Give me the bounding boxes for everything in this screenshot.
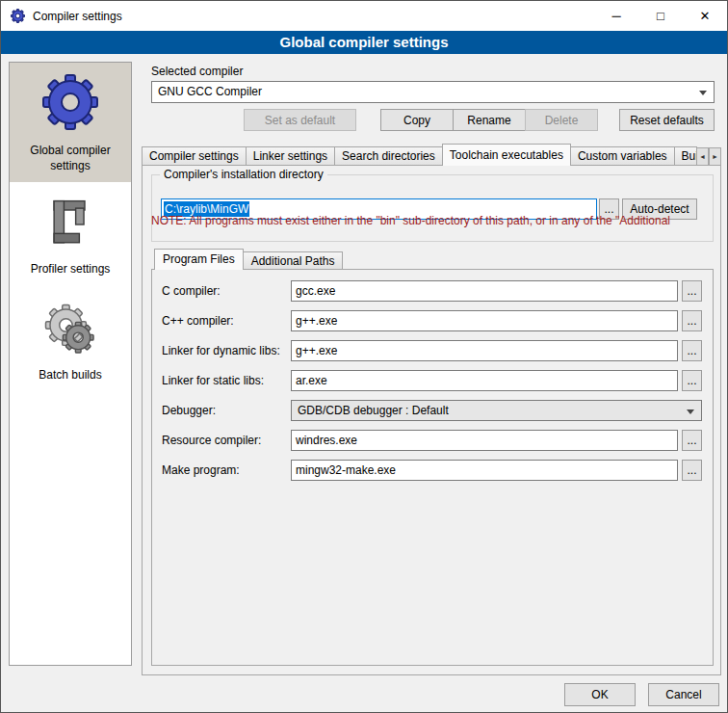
- tab-toolchain-executables[interactable]: Toolchain executables: [442, 144, 571, 166]
- window-controls: ─ □ ✕: [594, 1, 727, 31]
- maximize-button[interactable]: □: [638, 1, 683, 31]
- dynamic-linker-value: g++.exe: [296, 344, 337, 357]
- compiler-select[interactable]: GNU GCC Compiler: [151, 81, 715, 103]
- gear-icon: [38, 69, 103, 135]
- cpp-compiler-input[interactable]: g++.exe: [291, 310, 678, 331]
- tab-linker-settings[interactable]: Linker settings: [246, 146, 335, 166]
- settings-sidebar: Global compiler settings Profiler settin…: [9, 62, 132, 666]
- c-compiler-value: gcc.exe: [296, 284, 335, 298]
- dynamic-linker-label: Linker for dynamic libs:: [162, 344, 280, 357]
- cancel-button[interactable]: Cancel: [648, 683, 719, 706]
- c-compiler-input[interactable]: gcc.exe: [291, 280, 678, 302]
- selected-compiler-label: Selected compiler: [151, 65, 243, 78]
- copy-button[interactable]: Copy: [380, 109, 454, 131]
- resource-compiler-label: Resource compiler:: [162, 434, 261, 447]
- form-row: Debugger: GDB/CDB debugger : Default: [152, 400, 713, 421]
- dynamic-linker-input[interactable]: g++.exe: [291, 340, 678, 361]
- form-row: Make program: mingw32-make.exe ...: [152, 460, 713, 481]
- form-row: Linker for dynamic libs: g++.exe ...: [152, 340, 713, 361]
- delete-button[interactable]: Delete: [525, 109, 598, 131]
- close-button[interactable]: ✕: [683, 1, 727, 31]
- subtab-bar: Program Files Additional Paths: [154, 249, 342, 270]
- ok-button[interactable]: OK: [564, 683, 636, 706]
- cpp-compiler-browse-button[interactable]: ...: [682, 310, 702, 331]
- static-linker-browse-button[interactable]: ...: [682, 370, 702, 391]
- sidebar-item-global-compiler-settings[interactable]: Global compiler settings: [10, 63, 131, 182]
- installation-directory-group: Compiler's installation directory C:\ray…: [151, 174, 714, 242]
- dialog-header: Global compiler settings: [1, 31, 727, 54]
- installation-directory-group-title: Compiler's installation directory: [160, 168, 327, 181]
- form-row: C++ compiler: g++.exe ...: [152, 310, 713, 331]
- batch-builds-icon: [40, 300, 100, 359]
- rename-button[interactable]: Rename: [453, 109, 526, 131]
- minimize-icon: ─: [611, 9, 620, 23]
- tab-compiler-settings[interactable]: Compiler settings: [142, 146, 247, 166]
- subtab-additional-paths[interactable]: Additional Paths: [243, 251, 344, 270]
- title-bar: Compiler settings ─ □ ✕: [1, 1, 727, 31]
- static-linker-value: ar.exe: [296, 374, 327, 387]
- close-icon: ✕: [700, 9, 711, 23]
- cpp-compiler-label: C++ compiler:: [162, 314, 234, 328]
- compiler-settings-dialog: Compiler settings ─ □ ✕ Global compiler …: [0, 0, 728, 713]
- static-linker-input[interactable]: ar.exe: [291, 370, 678, 391]
- window-title: Compiler settings: [33, 10, 122, 23]
- subtab-program-files[interactable]: Program Files: [154, 249, 244, 270]
- sidebar-item-label: Batch builds: [14, 368, 126, 383]
- resource-compiler-input[interactable]: windres.exe: [291, 430, 678, 451]
- form-row: Linker for static libs: ar.exe ...: [152, 370, 713, 391]
- debugger-select[interactable]: GDB/CDB debugger : Default: [291, 400, 702, 421]
- tab-custom-variables[interactable]: Custom variables: [570, 146, 675, 166]
- tab-search-directories[interactable]: Search directories: [334, 146, 443, 166]
- debugger-select-value: GDB/CDB debugger : Default: [298, 404, 449, 417]
- chevron-down-icon: [687, 409, 694, 414]
- tab-scroll-right-button[interactable]: ►: [709, 147, 721, 166]
- static-linker-label: Linker for static libs:: [162, 374, 264, 387]
- profiler-icon: [41, 196, 99, 253]
- maximize-icon: □: [657, 9, 664, 23]
- minimize-button[interactable]: ─: [594, 1, 638, 31]
- sidebar-item-batch-builds[interactable]: Batch builds: [10, 293, 131, 392]
- make-program-label: Make program:: [162, 463, 240, 477]
- tab-bar: Compiler settings Linker settings Search…: [142, 144, 697, 166]
- bin-subdirectory-note: NOTE: All programs must exist either in …: [151, 214, 698, 227]
- form-row: Resource compiler: windres.exe ...: [152, 430, 713, 451]
- c-compiler-browse-button[interactable]: ...: [682, 280, 702, 302]
- toolchain-executables-panel: Compiler's installation directory C:\ray…: [142, 165, 721, 675]
- program-files-panel: C compiler: gcc.exe ... C++ compiler: g+…: [151, 269, 714, 666]
- tab-build-options[interactable]: Buil: [674, 146, 697, 166]
- debugger-label: Debugger:: [162, 404, 216, 417]
- dynamic-linker-browse-button[interactable]: ...: [682, 340, 702, 361]
- form-row: C compiler: gcc.exe ...: [152, 280, 713, 302]
- c-compiler-label: C compiler:: [162, 284, 221, 298]
- make-program-input[interactable]: mingw32-make.exe: [291, 460, 678, 481]
- resource-compiler-browse-button[interactable]: ...: [682, 430, 702, 451]
- reset-defaults-button[interactable]: Reset defaults: [619, 109, 715, 131]
- resource-compiler-value: windres.exe: [296, 434, 357, 447]
- chevron-down-icon: [699, 91, 707, 95]
- app-icon: [10, 8, 26, 24]
- sidebar-item-label: Profiler settings: [14, 262, 126, 277]
- make-program-value: mingw32-make.exe: [296, 463, 396, 477]
- sidebar-item-profiler-settings[interactable]: Profiler settings: [10, 189, 131, 286]
- make-program-browse-button[interactable]: ...: [682, 460, 702, 481]
- set-as-default-button[interactable]: Set as default: [244, 109, 356, 131]
- compiler-select-value: GNU GCC Compiler: [158, 85, 262, 98]
- tab-scroll-left-button[interactable]: ◄: [696, 147, 709, 166]
- cpp-compiler-value: g++.exe: [296, 314, 337, 328]
- sidebar-item-label: Global compiler settings: [14, 144, 126, 173]
